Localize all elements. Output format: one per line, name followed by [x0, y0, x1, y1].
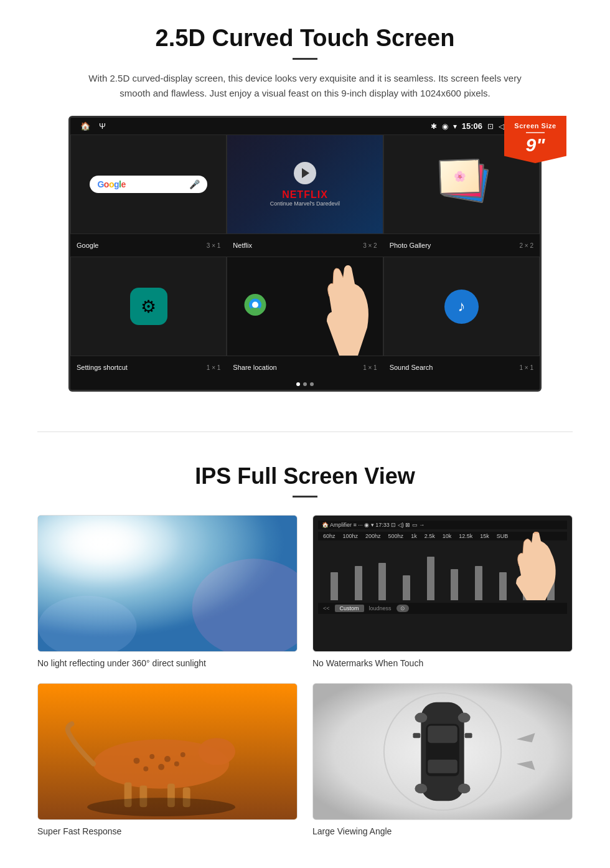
google-label-name: Google: [77, 242, 98, 249]
app-labels-row1: Google 3 × 1 Netflix 3 × 2 Photo Gallery…: [70, 234, 540, 257]
gallery-stack: 🌸: [436, 159, 486, 209]
svg-rect-30: [465, 733, 472, 738]
settings-app-cell[interactable]: ⚙: [70, 257, 227, 356]
svg-point-11: [149, 754, 154, 759]
svg-point-33: [415, 784, 427, 794]
home-icon[interactable]: 🏠: [80, 121, 90, 131]
svg-point-22: [87, 798, 235, 816]
svg-rect-4: [38, 516, 297, 651]
mic-icon[interactable]: 🎤: [189, 179, 200, 189]
dot-3: [310, 382, 314, 386]
app-labels-row2: Settings shortcut 1 × 1 Share location 1…: [70, 356, 540, 379]
sound-label-name: Sound Search: [390, 364, 433, 371]
status-bar: 🏠 Ψ ✱ ◉ ▾ 15:06 ⊡ ◁) ⊠ ▭: [70, 118, 540, 134]
svg-point-12: [164, 756, 171, 762]
usb-icon: Ψ: [99, 121, 106, 131]
share-label: Share location 1 × 1: [227, 361, 383, 374]
badge-title: Screen Size: [509, 122, 561, 130]
settings-label: Settings shortcut 1 × 1: [70, 361, 227, 374]
google-logo: Google: [97, 179, 125, 189]
netflix-label-size: 3 × 2: [363, 242, 377, 249]
feature-equalizer-label: No Watermarks When Touch: [312, 658, 573, 668]
car-image: [312, 683, 573, 820]
feature-car-label: Large Viewing Angle: [312, 826, 573, 836]
settings-label-name: Settings shortcut: [77, 364, 128, 371]
play-triangle-icon: [302, 168, 309, 178]
section1-title: 2.5D Curved Touch Screen: [37, 25, 573, 52]
eq-bar-wrap-3: [371, 563, 393, 600]
eq-statusbar: 🏠 Amplifier ≡ ··· ◉ ▾ 17:33 ⊡ ◁) ⊠ ▭ →: [318, 521, 567, 529]
location-icon: ◉: [442, 122, 448, 131]
netflix-subtitle: Continue Marvel's Daredevil: [270, 200, 340, 207]
eq-custom-btn[interactable]: Custom: [335, 605, 364, 612]
eq-bar-1: [331, 572, 338, 600]
svg-point-14: [143, 767, 148, 771]
feature-sunlight: No light reflecting under 360° direct su…: [37, 515, 298, 668]
gmaps-icon: [240, 291, 271, 322]
eq-bottom-bar: << Custom loudness ⊙: [318, 603, 567, 614]
feature-cheetah-label: Super Fast Response: [37, 826, 298, 836]
netflix-app-cell[interactable]: NETFLIX Continue Marvel's Daredevil: [227, 134, 383, 234]
netflix-play-button[interactable]: [294, 162, 316, 184]
svg-point-31: [415, 713, 427, 723]
gallery-photo-3: 🌸: [439, 159, 481, 194]
eq-bar-wrap-4: [395, 575, 418, 600]
cheetah-image: [37, 683, 298, 820]
gallery-label-size: 2 × 2: [519, 242, 533, 249]
eq-bar-wrap-7: [467, 566, 490, 600]
badge-size: 9": [509, 136, 561, 154]
settings-label-size: 1 × 1: [207, 364, 221, 371]
svg-point-13: [181, 752, 185, 757]
svg-point-16: [174, 762, 179, 767]
title-underline: [293, 58, 317, 60]
eq-back-btn[interactable]: <<: [323, 605, 330, 611]
section-divider: [37, 432, 573, 432]
share-label-size: 1 × 1: [363, 364, 377, 371]
feature-grid: No light reflecting under 360° direct su…: [37, 515, 573, 836]
equalizer-image: 🏠 Amplifier ≡ ··· ◉ ▾ 17:33 ⊡ ◁) ⊠ ▭ → 6…: [312, 515, 573, 652]
svg-point-32: [458, 713, 471, 723]
svg-point-6: [192, 559, 297, 651]
feature-sunlight-label: No light reflecting under 360° direct su…: [37, 658, 298, 668]
gallery-label-name: Photo Gallery: [390, 242, 431, 249]
netflix-label-name: Netflix: [233, 242, 252, 249]
svg-rect-5: [38, 516, 297, 651]
svg-point-7: [38, 596, 136, 651]
google-searchbar[interactable]: Google 🎤: [90, 176, 207, 193]
svg-rect-29: [413, 733, 420, 738]
svg-rect-28: [428, 760, 458, 773]
status-bar-left: 🏠 Ψ: [80, 121, 106, 131]
sunlight-image: [37, 515, 298, 652]
feature-equalizer: 🏠 Amplifier ≡ ··· ◉ ▾ 17:33 ⊡ ◁) ⊠ ▭ → 6…: [312, 515, 573, 668]
gallery-label: Photo Gallery 2 × 2: [383, 239, 540, 252]
eq-bar-wrap-2: [347, 566, 370, 600]
sound-app-cell[interactable]: ♪: [383, 257, 540, 356]
section-curved: 2.5D Curved Touch Screen With 2.5D curve…: [0, 0, 610, 413]
dot-2: [303, 382, 307, 386]
eq-loudness-label: loudness: [369, 605, 392, 611]
screen-badge: Screen Size 9": [504, 116, 566, 163]
netflix-label: Netflix 3 × 2: [227, 239, 383, 252]
share-content: [227, 257, 382, 356]
eq-bar-7: [475, 566, 482, 600]
feature-cheetah: Super Fast Response: [37, 683, 298, 836]
section2-title: IPS Full Screen View: [37, 463, 573, 489]
share-app-cell[interactable]: [227, 257, 383, 356]
camera-icon: ⊡: [487, 122, 494, 131]
google-label-size: 3 × 1: [207, 242, 221, 249]
google-app-cell[interactable]: Google 🎤: [70, 134, 227, 234]
svg-point-17: [199, 738, 235, 765]
eq-bar-6: [451, 569, 458, 600]
share-label-name: Share location: [233, 364, 276, 371]
section1-description: With 2.5D curved-display screen, this de…: [87, 71, 523, 101]
wifi-icon: ▾: [453, 122, 457, 131]
eq-bar-wrap-5: [420, 557, 442, 600]
eq-bar-3: [378, 563, 386, 600]
eq-loudness-toggle[interactable]: ⊙: [396, 605, 409, 612]
eq-app-title: 🏠 Amplifier ≡ ··· ◉ ▾ 17:33 ⊡ ◁) ⊠ ▭ →: [322, 522, 425, 528]
hand-image: [321, 265, 377, 356]
dots-indicator: [70, 379, 540, 390]
section2-underline: [293, 496, 317, 498]
feature-car: Large Viewing Angle: [312, 683, 573, 836]
eq-hand: [511, 532, 561, 603]
